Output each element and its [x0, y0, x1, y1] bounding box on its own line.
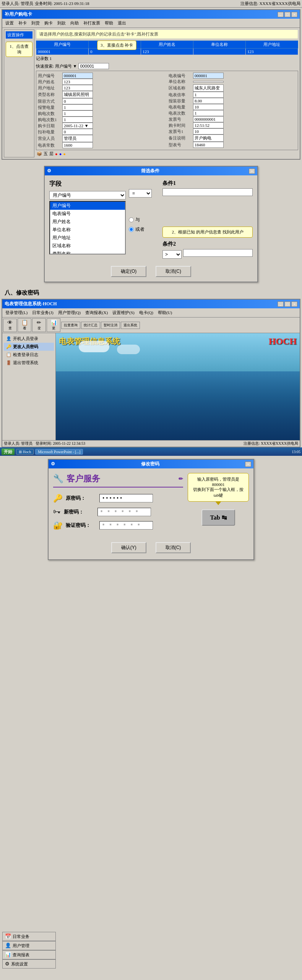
menu-settings[interactable]: 设置维护(S) — [110, 309, 136, 316]
operator-dropdown[interactable]: = > < — [129, 189, 152, 198]
field-limit: 0 — [62, 98, 93, 104]
listbox-item-user-addr[interactable]: 用户地址 — [50, 234, 125, 242]
filter-close-btn[interactable]: × — [249, 168, 255, 174]
field-type-name: 城镇居民照明 — [62, 91, 93, 98]
tb-exit[interactable]: 退出系统 — [121, 322, 140, 329]
sidebar-item-open-login[interactable]: 👤 开机人员登录 — [4, 335, 54, 343]
s3-maximize-btn[interactable]: □ — [284, 301, 291, 307]
status-icons: 📦 五 层 ● ● ● — [36, 150, 298, 157]
menu-help[interactable]: 帮助(U) — [156, 309, 174, 316]
filter-cancel-btn[interactable]: 取消(C) — [156, 266, 191, 277]
new-pwd-input[interactable] — [97, 508, 151, 516]
filter-dialog-body: 字段 用户编号 用户编号 电表编号 用户姓名 单位名称 用户地址 区域名称 类型… — [45, 175, 257, 282]
menu-budafapiao[interactable]: 补打发票 — [81, 19, 102, 27]
listbox-item-meter-no[interactable]: 电表编号 — [50, 210, 125, 218]
field-dropdown[interactable]: 用户编号 — [49, 191, 126, 199]
tb-stats[interactable]: 统计汇总 — [81, 322, 100, 329]
start-button[interactable]: 开始 — [2, 449, 15, 455]
col-user-addr: 用户地址 — [246, 41, 298, 49]
field-meter-qty: 10 — [193, 104, 224, 110]
maximize-btn[interactable]: □ — [284, 12, 291, 17]
filter-listbox[interactable]: 用户编号 电表编号 用户姓名 单位名称 用户地址 区域名称 类型名称 电表倍率 — [49, 201, 126, 254]
section3-app-window: 电表管理信息系统-HOCH _ □ × 登录管理(L) 日常业务(J) 用户管理… — [2, 299, 300, 447]
pwd-close-btn[interactable]: × — [245, 462, 251, 467]
field-alarm-qty: 1 — [62, 104, 93, 110]
verify-pwd-input[interactable] — [99, 521, 153, 530]
radio-group: 与 或者 — [129, 217, 159, 233]
sidebar-item-check-log[interactable]: 📋 检查登录日志 — [4, 351, 54, 359]
sidebar-item-exit[interactable]: 🚪 退出管理系统 — [4, 359, 54, 367]
form-row-invoice2: 发票号1 10 — [169, 128, 296, 134]
section3-menubar: 登录管理(L) 日常业务(J) 用户管理(Q) 查询报表(X) 设置维护(S) … — [2, 308, 300, 317]
filter-conditions-col: 条件1 2、根据已知 的用户信息查 找到此用户 条件2 > = — [162, 180, 253, 260]
col-unit-name: 单位名称 — [193, 41, 246, 49]
listbox-item-type-name[interactable]: 类型名称 — [50, 250, 125, 254]
operator2-dropdown[interactable]: > = — [162, 250, 182, 259]
menu-tuichu[interactable]: 退出 — [115, 19, 128, 27]
tb-more[interactable]: 📊更 — [47, 318, 60, 332]
pwd-dialog-titlebar: ⚙ 修改密码 × — [49, 460, 253, 468]
form-row-buy-time: 购卡时间 12:51:52 — [169, 122, 296, 128]
filter-ok-btn[interactable]: 确定(O) — [111, 266, 146, 277]
callout1: 1、点击查询 — [6, 42, 32, 57]
form-row-user-name: 用户姓名 123 — [38, 79, 166, 85]
field-area-name: 城东人民路变 — [193, 84, 224, 92]
field-buy-times: 1 — [62, 110, 93, 117]
listbox-item-area-name[interactable]: 区域名称 — [50, 242, 125, 250]
pwd-ok-btn[interactable]: 确认(Y) — [111, 542, 146, 553]
pen-icon: ✏ — [179, 476, 183, 482]
taskbar-item-ppt[interactable]: Microsoft PowerPoint - [...] — [35, 449, 83, 455]
menu-buka[interactable]: 补卡 — [16, 19, 29, 27]
field-model-no: 18460 — [193, 142, 224, 148]
menu-daily-biz[interactable]: 日常业务(J) — [30, 309, 56, 316]
tb-logout-temp[interactable]: 暂时注消 — [101, 322, 120, 329]
tb-look[interactable]: 📋看 — [18, 318, 31, 332]
field-unit-name — [193, 81, 224, 83]
menu-login-mgmt[interactable]: 登录管理(L) — [3, 309, 30, 316]
form-row-model-no: 型表号 18460 — [169, 142, 296, 148]
callout-arrow — [215, 501, 221, 505]
menu-card[interactable]: 电卡(Q) — [137, 309, 156, 316]
sidebar-item-change-pwd[interactable]: 🔑 更改人员密码 — [4, 343, 54, 351]
menu-daohuo[interactable]: 到货 — [29, 19, 42, 27]
key2-icon: 🗝 — [53, 507, 61, 516]
field-meter-rate: 1 — [193, 92, 224, 98]
taskbar-item-hoch[interactable]: ⊞ Hoch — [16, 449, 34, 455]
s3-close-btn[interactable]: × — [291, 301, 297, 307]
listbox-item-unit-name[interactable]: 单位名称 — [50, 226, 125, 234]
table-area: 用户编号 电表编号 用户姓名 单位名称 用户地址 000001 0 123 — [36, 40, 298, 55]
tb-change[interactable]: ✏变 — [32, 318, 46, 332]
condition1-input[interactable] — [162, 188, 253, 196]
menu-daokuan[interactable]: 到款 — [55, 19, 68, 27]
form-row-area-name: 区域名称 城东人民路变 — [169, 84, 296, 92]
menu-xiangzhu[interactable]: 向助 — [68, 19, 81, 27]
ocean-area: 电表管理信息系统 HOCH — [56, 333, 300, 440]
menu-query-report[interactable]: 查询报表(X) — [83, 309, 110, 316]
radio-and-input[interactable] — [129, 217, 134, 222]
user-label: 登录人员: 管理员 — [2, 1, 33, 6]
pwd-cancel-btn[interactable]: 取消(C) — [156, 542, 191, 553]
field-invoice2: 10 — [193, 128, 224, 134]
filter-field-col: 字段 用户编号 用户编号 电表编号 用户姓名 单位名称 用户地址 区域名称 类型… — [49, 180, 126, 260]
quick-search-input[interactable] — [78, 63, 109, 69]
menu-shezhi[interactable]: 设置 — [3, 19, 16, 27]
s3-minimize-btn[interactable]: _ — [278, 301, 284, 307]
field-invoice: 0000000001 — [193, 116, 224, 122]
field-buy-time: 12:51:52 — [193, 122, 224, 128]
minimize-btn[interactable]: _ — [278, 12, 284, 17]
condition2-input[interactable] — [183, 249, 253, 257]
tb-query[interactable]: 拉查查询 — [61, 322, 80, 329]
menu-user-mgmt[interactable]: 用户管理(Q) — [56, 309, 83, 316]
filter-dialog: ⚙ 筛选条件 × 字段 用户编号 用户编号 电表编号 用户姓名 单位 — [44, 166, 258, 282]
pwd-left-section: 🔧 客户服务 ✏ 🔑 原密码： 🗝 新密码： — [53, 473, 183, 535]
table-row[interactable]: 000001 0 123 123 — [36, 49, 298, 55]
listbox-item-user-no[interactable]: 用户编号 — [50, 202, 125, 210]
form-left-col: 用户编号 000001 用户姓名 123 用户地址 123 类型名称 城镇居民照… — [38, 73, 166, 148]
radio-or-input[interactable] — [129, 227, 134, 232]
menu-gouka[interactable]: 购卡 — [42, 19, 55, 27]
tb-view[interactable]: 👁查 — [3, 319, 17, 332]
close-btn[interactable]: × — [291, 12, 297, 17]
listbox-item-user-name[interactable]: 用户姓名 — [50, 218, 125, 226]
original-pwd-input[interactable] — [99, 494, 153, 502]
menu-bangzhu[interactable]: 帮助 — [102, 19, 115, 27]
